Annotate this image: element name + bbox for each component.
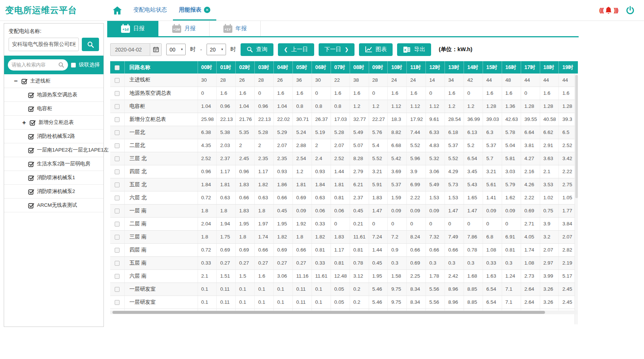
value-cell: 1.6: [350, 87, 369, 100]
checked-checkbox-icon: [30, 119, 36, 126]
tree-item[interactable]: 消防栓机械泵2路: [4, 129, 103, 143]
value-cell: 1.95: [369, 269, 388, 282]
tree-item[interactable]: − 主进线柜: [4, 74, 103, 88]
horizontal-scrollbar[interactable]: [110, 310, 578, 314]
column-header-circuit-name: 回路名称: [124, 61, 198, 74]
value-cell: 1.04: [198, 100, 217, 113]
value-cell: 0.06: [312, 204, 331, 217]
row-checkbox[interactable]: [115, 274, 120, 279]
tree-item[interactable]: + 新增分立柜总表: [4, 116, 103, 129]
tab-daily-report[interactable]: +1d 日报: [107, 21, 158, 36]
alarm-bell-button[interactable]: ((( ))): [599, 6, 618, 15]
power-button[interactable]: [625, 6, 635, 15]
tree-item[interactable]: 生活水泵2路一层弱电房: [4, 157, 103, 171]
value-cell: 0.81: [502, 243, 521, 256]
value-cell: 1.51: [217, 269, 236, 282]
row-checkbox[interactable]: [115, 222, 120, 227]
row-checkbox[interactable]: [115, 130, 120, 135]
tab-yearly-report[interactable]: +1Y 年报: [210, 21, 261, 36]
tree-item-label: 一层南1APE2右一层北1APE1左: [37, 147, 109, 153]
row-checkbox[interactable]: [115, 300, 120, 305]
tree-item-label: 电容柜: [37, 105, 52, 112]
tree-item-label: ARCM无线表测试: [37, 202, 77, 209]
hour-start-select[interactable]: 00 ▼: [166, 44, 186, 55]
select-all-checkbox[interactable]: [115, 65, 120, 70]
vertical-scrollbar-thumb[interactable]: [575, 75, 578, 198]
chart-button[interactable]: 图表: [359, 43, 393, 56]
tree-item[interactable]: 一层南1APE2右一层北1APE1左: [4, 143, 103, 157]
next-day-button[interactable]: 下一日 ❯: [319, 43, 355, 56]
value-cell: 2.52: [198, 152, 217, 165]
row-checkbox[interactable]: [115, 91, 120, 96]
tree-search-input[interactable]: 请输入检索内容: [8, 59, 68, 71]
row-checkbox[interactable]: [115, 156, 120, 161]
export-button[interactable]: x 导出: [397, 43, 431, 56]
home-button[interactable]: [107, 0, 127, 21]
hour-end-select[interactable]: 20 ▼: [207, 44, 226, 55]
value-cell: 1.02: [540, 191, 559, 204]
hour-suffix-label: 时: [230, 46, 236, 53]
value-cell: 5.35: [236, 126, 255, 139]
tree-item[interactable]: 地源热泵空调总表: [4, 88, 103, 102]
value-cell: 5.37: [445, 139, 464, 152]
column-header-hour: 05时: [292, 61, 312, 74]
tree-item[interactable]: 消防喷淋机械泵2: [4, 185, 103, 199]
row-checkbox[interactable]: [115, 169, 120, 174]
value-cell: 0.33: [312, 256, 331, 269]
value-cell: 7.32: [426, 230, 445, 243]
value-cell: 3.06: [274, 269, 293, 282]
value-cell: 5.76: [369, 126, 388, 139]
expand-icon[interactable]: +: [21, 119, 27, 126]
row-checkbox[interactable]: [115, 182, 120, 187]
hour-suffix-label: 时: [190, 46, 196, 53]
value-cell: 5.81: [502, 152, 521, 165]
row-checkbox[interactable]: [115, 287, 120, 292]
value-cell: 22: [331, 74, 350, 87]
prev-day-button[interactable]: ❮ 上一日: [278, 43, 314, 56]
row-checkbox[interactable]: [115, 235, 120, 240]
query-button[interactable]: 查询: [241, 43, 273, 56]
close-tab-icon[interactable]: ✕: [204, 7, 210, 13]
calendar-button[interactable]: [150, 43, 162, 56]
value-cell: 2.45: [236, 152, 255, 165]
tree-item[interactable]: 电容柜: [4, 102, 103, 116]
value-cell: 0.8: [331, 100, 350, 113]
circuit-name-cell: 五层 北: [124, 178, 198, 191]
row-checkbox[interactable]: [115, 78, 120, 83]
value-cell: 0.1: [198, 282, 217, 296]
value-cell: 1.68: [464, 269, 483, 282]
value-cell: 0.09: [502, 204, 521, 217]
tree-item[interactable]: 消防喷淋机械泵1: [4, 171, 103, 185]
date-input[interactable]: 2020-04-02: [110, 43, 150, 56]
row-checkbox[interactable]: [115, 248, 120, 253]
vertical-scrollbar[interactable]: [575, 74, 578, 324]
station-name-input[interactable]: [9, 38, 79, 51]
row-checkbox[interactable]: [115, 104, 120, 109]
value-cell: 6.68: [388, 139, 407, 152]
table-row: 电容柜1.040.961.040.961.040.80.80.81.21.21.…: [110, 100, 578, 113]
value-cell: 1.82: [312, 230, 331, 243]
nav-item-station-status[interactable]: 变配电站状态: [127, 0, 173, 21]
nav-item-energy-report[interactable]: 用能报表 ✕: [173, 0, 216, 21]
tab-monthly-report[interactable]: +1M 月报: [158, 21, 210, 36]
collapse-icon[interactable]: −: [13, 78, 19, 84]
row-checkbox[interactable]: [115, 261, 120, 266]
tree-item[interactable]: ARCM无线表测试: [4, 199, 103, 212]
value-cell: 2.91: [540, 139, 559, 152]
column-header-hour: 03时: [255, 61, 274, 74]
row-checkbox[interactable]: [115, 143, 120, 148]
row-checkbox[interactable]: [115, 209, 120, 213]
alarm-bell-icon: [604, 6, 613, 15]
cascade-checkbox[interactable]: [71, 63, 76, 68]
station-search-button[interactable]: [82, 38, 99, 51]
value-cell: 0.66: [292, 243, 312, 256]
value-cell: 0: [255, 87, 274, 100]
row-checkbox[interactable]: [115, 196, 120, 200]
value-cell: 1.6: [540, 87, 559, 100]
value-cell: 1.83: [236, 178, 255, 191]
row-checkbox[interactable]: [115, 117, 120, 122]
value-cell: 0.1: [255, 282, 274, 296]
row-checkbox-cell: [110, 139, 124, 152]
value-cell: 2.4: [312, 152, 331, 165]
horizontal-scrollbar-thumb[interactable]: [112, 311, 545, 314]
